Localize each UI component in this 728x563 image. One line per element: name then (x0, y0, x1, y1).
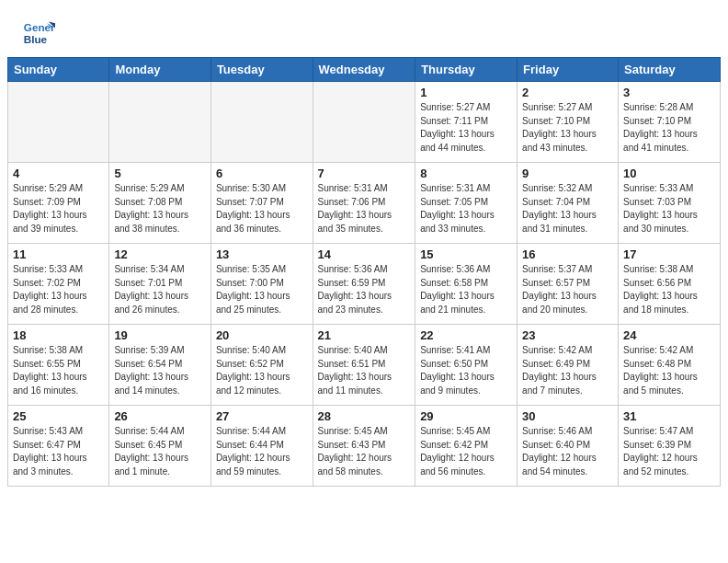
day-info: Sunrise: 5:38 AM Sunset: 6:55 PM Dayligh… (13, 344, 104, 397)
day-info: Sunrise: 5:47 AM Sunset: 6:39 PM Dayligh… (623, 425, 715, 478)
calendar-day-cell: 12Sunrise: 5:34 AM Sunset: 7:01 PM Dayli… (109, 244, 211, 325)
day-number: 27 (216, 409, 308, 423)
day-number: 12 (114, 247, 206, 261)
calendar-day-cell: 5Sunrise: 5:29 AM Sunset: 7:08 PM Daylig… (109, 163, 211, 244)
day-info: Sunrise: 5:31 AM Sunset: 7:05 PM Dayligh… (420, 182, 512, 236)
day-number: 2 (522, 86, 613, 99)
calendar-day-header: Saturday (619, 58, 721, 82)
calendar-day-cell: 30Sunrise: 5:46 AM Sunset: 6:40 PM Dayli… (518, 406, 619, 487)
day-number: 8 (420, 167, 512, 180)
calendar-week-row: 1Sunrise: 5:27 AM Sunset: 7:11 PM Daylig… (8, 82, 721, 163)
day-number: 4 (13, 167, 104, 180)
calendar-day-cell: 15Sunrise: 5:36 AM Sunset: 6:58 PM Dayli… (415, 244, 518, 325)
calendar-day-cell: 1Sunrise: 5:27 AM Sunset: 7:11 PM Daylig… (415, 82, 518, 163)
logo-icon: General Blue (22, 17, 55, 50)
calendar-day-cell: 25Sunrise: 5:43 AM Sunset: 6:47 PM Dayli… (8, 406, 109, 487)
day-number: 16 (522, 247, 613, 261)
calendar-day-cell: 24Sunrise: 5:42 AM Sunset: 6:48 PM Dayli… (619, 325, 721, 406)
calendar-day-header: Friday (518, 58, 619, 82)
day-number: 24 (623, 328, 715, 342)
day-info: Sunrise: 5:38 AM Sunset: 6:56 PM Dayligh… (623, 263, 715, 316)
calendar-table: SundayMondayTuesdayWednesdayThursdayFrid… (7, 57, 721, 487)
calendar-day-cell: 16Sunrise: 5:37 AM Sunset: 6:57 PM Dayli… (518, 244, 619, 325)
day-number: 14 (318, 247, 411, 261)
calendar-day-cell: 22Sunrise: 5:41 AM Sunset: 6:50 PM Dayli… (415, 325, 518, 406)
calendar-week-row: 11Sunrise: 5:33 AM Sunset: 7:02 PM Dayli… (8, 244, 721, 325)
calendar-day-header: Wednesday (313, 58, 415, 82)
calendar-day-cell: 17Sunrise: 5:38 AM Sunset: 6:56 PM Dayli… (619, 244, 721, 325)
day-number: 20 (216, 328, 308, 342)
day-info: Sunrise: 5:44 AM Sunset: 6:45 PM Dayligh… (114, 425, 206, 478)
day-number: 26 (114, 409, 206, 423)
calendar-day-header: Thursday (415, 58, 518, 82)
page-header: General Blue (0, 0, 728, 57)
calendar-day-cell (8, 82, 109, 163)
day-number: 29 (420, 409, 512, 423)
day-number: 23 (522, 328, 613, 342)
day-info: Sunrise: 5:30 AM Sunset: 7:07 PM Dayligh… (216, 182, 308, 236)
day-number: 5 (114, 167, 206, 180)
calendar-day-cell: 6Sunrise: 5:30 AM Sunset: 7:07 PM Daylig… (210, 163, 313, 244)
calendar-day-cell: 8Sunrise: 5:31 AM Sunset: 7:05 PM Daylig… (415, 163, 518, 244)
day-info: Sunrise: 5:29 AM Sunset: 7:08 PM Dayligh… (114, 182, 206, 236)
day-number: 22 (420, 328, 512, 342)
day-info: Sunrise: 5:39 AM Sunset: 6:54 PM Dayligh… (114, 344, 206, 397)
calendar-header-row: SundayMondayTuesdayWednesdayThursdayFrid… (8, 58, 721, 82)
day-info: Sunrise: 5:43 AM Sunset: 6:47 PM Dayligh… (13, 425, 104, 478)
day-info: Sunrise: 5:27 AM Sunset: 7:10 PM Dayligh… (522, 101, 613, 155)
day-info: Sunrise: 5:44 AM Sunset: 6:44 PM Dayligh… (216, 425, 308, 478)
calendar-day-cell: 28Sunrise: 5:45 AM Sunset: 6:43 PM Dayli… (313, 406, 415, 487)
day-info: Sunrise: 5:27 AM Sunset: 7:11 PM Dayligh… (420, 101, 512, 155)
calendar-day-cell: 9Sunrise: 5:32 AM Sunset: 7:04 PM Daylig… (518, 163, 619, 244)
day-info: Sunrise: 5:45 AM Sunset: 6:42 PM Dayligh… (420, 425, 512, 478)
day-info: Sunrise: 5:42 AM Sunset: 6:48 PM Dayligh… (623, 344, 715, 397)
calendar-day-header: Monday (109, 58, 211, 82)
day-number: 3 (623, 86, 715, 99)
day-info: Sunrise: 5:34 AM Sunset: 7:01 PM Dayligh… (114, 263, 206, 316)
calendar-day-cell: 3Sunrise: 5:28 AM Sunset: 7:10 PM Daylig… (619, 82, 721, 163)
day-number: 15 (420, 247, 512, 261)
day-info: Sunrise: 5:40 AM Sunset: 6:52 PM Dayligh… (216, 344, 308, 397)
calendar-week-row: 18Sunrise: 5:38 AM Sunset: 6:55 PM Dayli… (8, 325, 721, 406)
calendar-day-cell (313, 82, 415, 163)
calendar-day-cell: 29Sunrise: 5:45 AM Sunset: 6:42 PM Dayli… (415, 406, 518, 487)
calendar-day-cell: 21Sunrise: 5:40 AM Sunset: 6:51 PM Dayli… (313, 325, 415, 406)
day-number: 19 (114, 328, 206, 342)
calendar-day-cell: 18Sunrise: 5:38 AM Sunset: 6:55 PM Dayli… (8, 325, 109, 406)
day-number: 30 (522, 409, 613, 423)
calendar-day-header: Sunday (8, 58, 109, 82)
day-info: Sunrise: 5:29 AM Sunset: 7:09 PM Dayligh… (13, 182, 104, 236)
day-info: Sunrise: 5:33 AM Sunset: 7:02 PM Dayligh… (13, 263, 104, 316)
calendar-day-cell: 13Sunrise: 5:35 AM Sunset: 7:00 PM Dayli… (210, 244, 313, 325)
day-info: Sunrise: 5:36 AM Sunset: 6:58 PM Dayligh… (420, 263, 512, 316)
day-info: Sunrise: 5:28 AM Sunset: 7:10 PM Dayligh… (623, 101, 715, 155)
day-info: Sunrise: 5:36 AM Sunset: 6:59 PM Dayligh… (318, 263, 411, 316)
calendar-day-cell (210, 82, 313, 163)
calendar-day-cell: 10Sunrise: 5:33 AM Sunset: 7:03 PM Dayli… (619, 163, 721, 244)
day-number: 6 (216, 167, 308, 180)
calendar-week-row: 4Sunrise: 5:29 AM Sunset: 7:09 PM Daylig… (8, 163, 721, 244)
calendar-week-row: 25Sunrise: 5:43 AM Sunset: 6:47 PM Dayli… (8, 406, 721, 487)
day-info: Sunrise: 5:31 AM Sunset: 7:06 PM Dayligh… (318, 182, 411, 236)
day-number: 21 (318, 328, 411, 342)
day-number: 28 (318, 409, 411, 423)
day-info: Sunrise: 5:46 AM Sunset: 6:40 PM Dayligh… (522, 425, 613, 478)
calendar-day-cell: 31Sunrise: 5:47 AM Sunset: 6:39 PM Dayli… (619, 406, 721, 487)
day-info: Sunrise: 5:35 AM Sunset: 7:00 PM Dayligh… (216, 263, 308, 316)
day-number: 17 (623, 247, 715, 261)
day-number: 13 (216, 247, 308, 261)
calendar-day-cell: 23Sunrise: 5:42 AM Sunset: 6:49 PM Dayli… (518, 325, 619, 406)
calendar-day-cell: 27Sunrise: 5:44 AM Sunset: 6:44 PM Dayli… (210, 406, 313, 487)
day-info: Sunrise: 5:42 AM Sunset: 6:49 PM Dayligh… (522, 344, 613, 397)
day-info: Sunrise: 5:41 AM Sunset: 6:50 PM Dayligh… (420, 344, 512, 397)
day-number: 9 (522, 167, 613, 180)
calendar-day-cell: 11Sunrise: 5:33 AM Sunset: 7:02 PM Dayli… (8, 244, 109, 325)
calendar-wrap: SundayMondayTuesdayWednesdayThursdayFrid… (0, 57, 728, 494)
day-number: 11 (13, 247, 104, 261)
day-number: 18 (13, 328, 104, 342)
day-number: 10 (623, 167, 715, 180)
logo: General Blue (22, 17, 55, 50)
day-number: 31 (623, 409, 715, 423)
day-info: Sunrise: 5:45 AM Sunset: 6:43 PM Dayligh… (318, 425, 411, 478)
calendar-day-cell: 20Sunrise: 5:40 AM Sunset: 6:52 PM Dayli… (210, 325, 313, 406)
